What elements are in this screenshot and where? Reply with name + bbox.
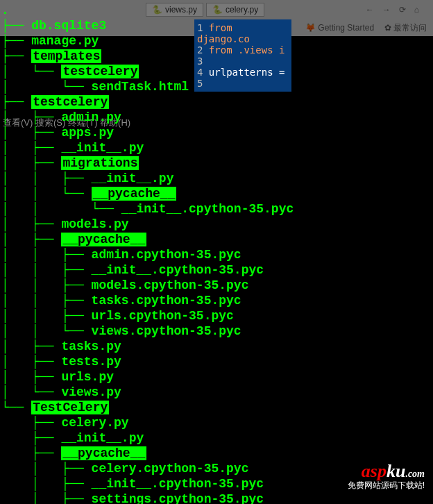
tree-file: │ └── sendTask.html [1, 79, 294, 94]
tree-file: │ │ ├── urls.cpython-35.pyc [1, 308, 294, 324]
tree-file: │ │ ├── tasks.cpython-35.pyc [1, 293, 294, 308]
reload-icon[interactable]: ⟳ [399, 5, 406, 15]
tree-file: │ ├── __init__.cpython-35.pyc [1, 476, 294, 492]
tree-file: ├── db.sqlite3 [1, 18, 294, 33]
tree-file: │ │ └── __init__.cpython-35.pyc [1, 201, 294, 217]
tree-folder: │ └── testcelery [1, 64, 294, 79]
home-icon[interactable]: ⌂ [414, 5, 419, 15]
tree-folder: ├── testcelery [1, 94, 294, 110]
folder-label: __pycache__ [92, 187, 177, 201]
tree-folder: │ ├── __pycache__ [1, 232, 294, 247]
tree-file: │ │ ├── __init__.py [1, 171, 294, 186]
tree-folder: │ │ └── __pycache__ [1, 186, 294, 201]
back-icon[interactable]: ← [366, 5, 374, 15]
tree-file: │ ├── models.py [1, 217, 294, 232]
tree-file: ├── __init__.py [1, 430, 294, 446]
tree-file: │ └── views.py [1, 385, 294, 400]
tree-file: │ ├── admin.py [1, 110, 294, 125]
tree-file: │ │ ├── models.cpython-35.pyc [1, 278, 294, 293]
tree-file: │ ├── celery.cpython-35.pyc [1, 461, 294, 476]
tree-file: │ ├── __init__.py [1, 140, 294, 156]
tree-folder: ├── __pycache__ [1, 446, 294, 461]
folder-label: __pycache__ [61, 446, 146, 460]
tree-file: │ ├── settings.cpython-35.pyc [1, 492, 294, 504]
tree-folder: └── TestCelery [1, 400, 294, 415]
tree-folder: │ ├── migrations [1, 156, 294, 171]
tree-file: ├── celery.py [1, 415, 294, 430]
folder-label: TestCelery [31, 401, 109, 414]
tree-file: │ │ ├── __init__.cpython-35.pyc [1, 262, 294, 278]
forward-icon[interactable]: → [382, 5, 391, 15]
folder-label: templates [31, 49, 101, 63]
tree-file: │ ├── tests.py [1, 354, 294, 369]
folder-label: __pycache__ [61, 233, 146, 246]
folder-label: testcelery [61, 65, 139, 78]
tree-file: │ │ ├── admin.cpython-35.pyc [1, 247, 294, 262]
directory-tree: .├── db.sqlite3├── manage.py├── template… [0, 0, 294, 504]
folder-label: testcelery [31, 95, 109, 109]
watermark: aspku.com 免费网站源码下载站! [348, 461, 425, 492]
tree-folder: . [1, 3, 294, 18]
tree-file: │ │ └── views.cpython-35.pyc [1, 324, 294, 339]
tree-file: │ ├── apps.py [1, 125, 294, 140]
tree-folder: ├── templates [1, 49, 294, 64]
bookmark[interactable]: ✿ 最常访问 [384, 22, 427, 34]
folder-label: migrations [61, 156, 139, 170]
tree-file: │ ├── urls.py [1, 369, 294, 385]
tree-file: │ ├── tasks.py [1, 339, 294, 354]
bookmark[interactable]: 🦊 Getting Started [305, 23, 374, 33]
tree-file: ├── manage.py [1, 33, 294, 49]
